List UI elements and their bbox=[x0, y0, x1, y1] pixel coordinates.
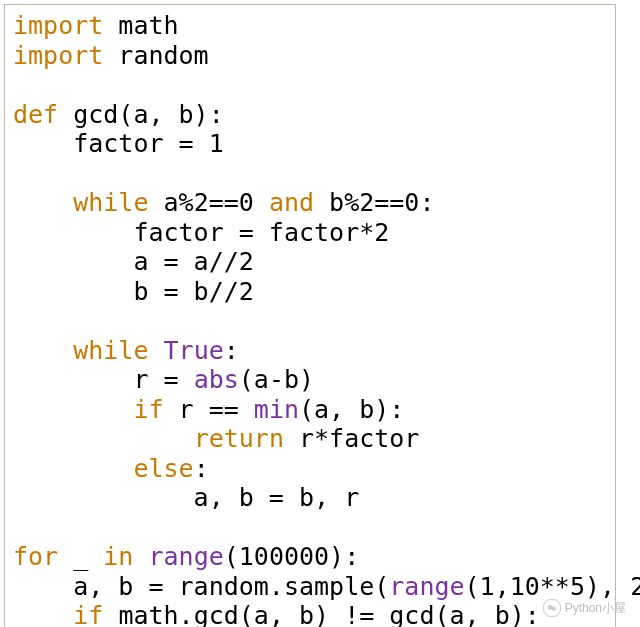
code-line: import random bbox=[13, 41, 607, 71]
code-line: if math.gcd(a, b) != gcd(a, b): bbox=[13, 601, 607, 627]
code-line: else: bbox=[13, 454, 607, 484]
code-line: r = abs(a-b) bbox=[13, 365, 607, 395]
code-block: import mathimport random def gcd(a, b): … bbox=[4, 4, 616, 627]
code-line: while a%2==0 and b%2==0: bbox=[13, 188, 607, 218]
code-line: if r == min(a, b): bbox=[13, 395, 607, 425]
code-line: factor = 1 bbox=[13, 129, 607, 159]
code-line: a, b = b, r bbox=[13, 483, 607, 513]
code-line bbox=[13, 159, 607, 189]
wechat-icon bbox=[543, 599, 561, 617]
code-line bbox=[13, 70, 607, 100]
watermark: Python小屋 bbox=[543, 599, 626, 617]
code-line bbox=[13, 306, 607, 336]
code-line: factor = factor*2 bbox=[13, 218, 607, 248]
code-line: while True: bbox=[13, 336, 607, 366]
code-line: a = a//2 bbox=[13, 247, 607, 277]
code-line bbox=[13, 513, 607, 543]
code-line: a, b = random.sample(range(1,10**5), 2) bbox=[13, 572, 607, 602]
code-line: return r*factor bbox=[13, 424, 607, 454]
code-line: def gcd(a, b): bbox=[13, 100, 607, 130]
code-line: import math bbox=[13, 11, 607, 41]
svg-point-1 bbox=[551, 607, 555, 611]
code-line: b = b//2 bbox=[13, 277, 607, 307]
code-line: for _ in range(100000): bbox=[13, 542, 607, 572]
watermark-text: Python小屋 bbox=[565, 600, 626, 617]
